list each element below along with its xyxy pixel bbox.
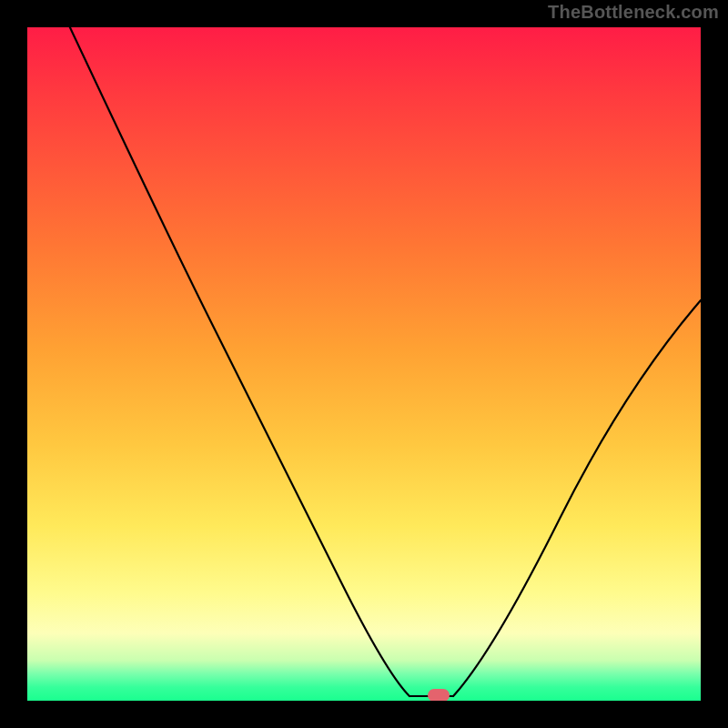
bottleneck-curve [27,27,701,701]
curve-right-branch [453,300,701,696]
watermark-text: TheBottleneck.com [548,2,719,23]
plot-area [27,27,701,701]
chart-frame: TheBottleneck.com [0,0,728,728]
curve-left-branch [53,27,410,696]
minimum-marker [428,689,450,701]
